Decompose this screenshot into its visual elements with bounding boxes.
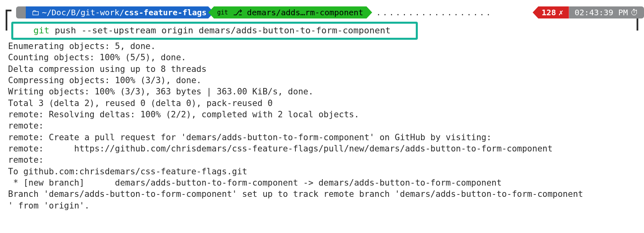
branch-name: demars/adds…rm-component [247,6,363,18]
error-code: 128 [541,6,556,18]
path-repo: css-feature-flags [124,6,207,18]
status-dots: .................. [372,8,533,17]
terminal-output[interactable]: Enumerating objects: 5, done. Counting o… [0,41,644,211]
branch-icon: ⎇ [233,6,242,18]
command-git-keyword: git [33,25,50,35]
status-time-segment: 02:43:39 PM ⏱ [569,6,644,18]
folder-icon: 🗀 [31,6,39,18]
command-input-highlight[interactable]: git push --set-upstream origin demars/ad… [11,22,418,40]
status-apple-segment [16,6,26,18]
status-error-segment: 128 ✗ [533,6,569,18]
status-bar: 🗀 ~/Doc/B/git-work/css-feature-flags git… [0,6,644,19]
close-icon: ✗ [559,6,564,18]
command-rest: push --set-upstream origin demars/adds-b… [50,25,391,35]
path-prefix: ~/Doc/B/git-work/ [42,6,124,18]
clock-icon: ⏱ [630,6,638,18]
git-label: git [217,6,228,18]
time-text: 02:43:39 PM [575,6,628,18]
status-branch-segment: git ⎇ demars/adds…rm-component [208,6,372,18]
status-path-segment: 🗀 ~/Doc/B/git-work/css-feature-flags [26,6,214,18]
